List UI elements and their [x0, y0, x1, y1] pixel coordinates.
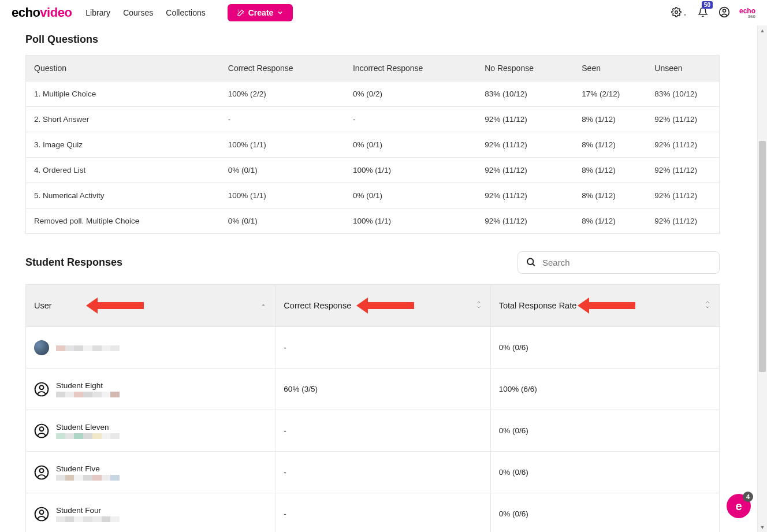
fab-badge: 4 — [743, 492, 753, 502]
student-responses-header: Student Responses — [25, 251, 720, 274]
scroll-up-icon[interactable]: ▲ — [758, 25, 767, 35]
col-correct-label: Correct Response — [284, 301, 351, 310]
nav-courses[interactable]: Courses — [123, 8, 153, 17]
cell-total: 0% (0/6) — [490, 452, 719, 493]
avatar — [34, 507, 49, 522]
col-unseen[interactable]: Unseen — [646, 55, 719, 81]
sort-asc-icon — [260, 301, 267, 310]
cell-correct: 60% (3/5) — [275, 369, 490, 410]
top-nav: echovideo Library Courses Collections Cr… — [0, 0, 767, 25]
cell: Removed poll. Multiple Choice — [26, 209, 220, 234]
poll-questions-title: Poll Questions — [25, 34, 720, 46]
notifications-button[interactable]: 50 — [697, 6, 709, 20]
user-cell: Student Eleven — [26, 410, 275, 452]
table-row[interactable]: Student Eight60% (3/5)100% (6/6) — [26, 369, 720, 410]
table-row[interactable]: 1. Multiple Choice100% (2/2)0% (0/2)83% … — [26, 81, 720, 107]
cell: 0% (0/1) — [345, 132, 476, 158]
col-user[interactable]: User — [26, 285, 275, 327]
svg-point-9 — [40, 468, 44, 473]
avatar — [34, 465, 49, 480]
help-fab[interactable]: e 4 — [727, 494, 751, 518]
user-cell — [26, 327, 275, 369]
scroll-down-icon[interactable]: ▼ — [758, 522, 767, 532]
svg-point-0 — [675, 10, 678, 13]
cell: 100% (1/1) — [220, 132, 345, 158]
cell: 92% (11/12) — [476, 158, 574, 183]
mini-logo[interactable]: echo360 — [739, 7, 755, 18]
nav-collections[interactable]: Collections — [166, 8, 205, 17]
table-row[interactable]: Student Four-0% (0/6) — [26, 493, 720, 533]
table-row[interactable]: 2. Short Answer--92% (11/12)8% (1/12)92%… — [26, 107, 720, 132]
table-row[interactable]: 5. Numerical Activity100% (1/1)0% (0/1)9… — [26, 183, 720, 209]
cell: 92% (11/12) — [476, 183, 574, 209]
col-correct[interactable]: Correct Response — [220, 55, 345, 81]
cell: 8% (1/12) — [574, 132, 646, 158]
cell: 3. Image Quiz — [26, 132, 220, 158]
svg-point-7 — [40, 427, 44, 431]
redacted-email — [56, 345, 120, 351]
cell: 8% (1/12) — [574, 209, 646, 234]
col-total-rate[interactable]: Total Response Rate — [490, 285, 719, 327]
redacted-email — [56, 433, 120, 439]
sort-icon — [704, 300, 711, 311]
nav-library[interactable]: Library — [85, 8, 110, 17]
cell: 83% (10/12) — [646, 81, 719, 107]
search-icon — [526, 256, 536, 269]
redacted-email — [56, 516, 120, 522]
cell: 92% (11/12) — [646, 158, 719, 183]
page-content: Poll Questions Question Correct Response… — [0, 34, 745, 532]
create-button[interactable]: Create — [228, 4, 293, 21]
cell: 100% (1/1) — [220, 183, 345, 209]
topbar-right: 50 echo360 — [670, 5, 755, 21]
scrollbar[interactable]: ▲ ▼ — [757, 25, 767, 532]
gear-icon — [671, 7, 682, 17]
user-name: Student Eleven — [56, 423, 120, 431]
cell: 5. Numerical Activity — [26, 183, 220, 209]
cell: 8% (1/12) — [574, 158, 646, 183]
cell-correct: - — [275, 452, 490, 493]
col-question[interactable]: Question — [26, 55, 220, 81]
cell-correct: - — [275, 327, 490, 369]
cell: 92% (11/12) — [646, 132, 719, 158]
cell: 8% (1/12) — [574, 183, 646, 209]
logo[interactable]: echovideo — [12, 5, 72, 20]
user-name: Student Eight — [56, 381, 120, 390]
table-row[interactable]: Student Five-0% (0/6) — [26, 452, 720, 493]
table-row[interactable]: -0% (0/6) — [26, 327, 720, 369]
cell: 100% (1/1) — [345, 209, 476, 234]
user-info: Student Five — [56, 464, 120, 481]
cell-total: 0% (0/6) — [490, 493, 719, 533]
avatar — [34, 340, 49, 355]
col-incorrect[interactable]: Incorrect Response — [345, 55, 476, 81]
table-row[interactable]: Student Eleven-0% (0/6) — [26, 410, 720, 452]
settings-button[interactable] — [670, 6, 688, 20]
table-row[interactable]: Removed poll. Multiple Choice0% (0/1)100… — [26, 209, 720, 234]
table-header-row: User Correct Response Total Response Rat… — [26, 285, 720, 327]
cell: 100% (1/1) — [345, 158, 476, 183]
col-seen[interactable]: Seen — [574, 55, 646, 81]
cell: 92% (11/12) — [646, 209, 719, 234]
user-cell: Student Four — [26, 493, 275, 533]
cell: 0% (0/2) — [345, 81, 476, 107]
svg-point-2 — [723, 9, 725, 12]
chevron-down-icon — [277, 9, 284, 16]
table-row[interactable]: 3. Image Quiz100% (1/1)0% (0/1)92% (11/1… — [26, 132, 720, 158]
nav-links: Library Courses Collections Create — [85, 4, 293, 21]
wand-icon — [237, 9, 245, 17]
arrow-annotation-icon — [578, 297, 635, 314]
account-button[interactable] — [717, 5, 731, 21]
col-user-label: User — [34, 301, 52, 310]
table-header-row: Question Correct Response Incorrect Resp… — [26, 55, 720, 81]
cell: 83% (10/12) — [476, 81, 574, 107]
col-noresponse[interactable]: No Response — [476, 55, 574, 81]
scrollbar-thumb[interactable] — [759, 141, 766, 372]
arrow-annotation-icon — [86, 297, 144, 314]
cell: 8% (1/12) — [574, 107, 646, 132]
fab-e-icon: e — [735, 500, 742, 513]
logo-text-b: video — [40, 5, 72, 20]
cell: 92% (11/12) — [476, 132, 574, 158]
table-row[interactable]: 4. Ordered List0% (0/1)100% (1/1)92% (11… — [26, 158, 720, 183]
search-input[interactable] — [517, 251, 720, 274]
redacted-email — [56, 475, 120, 481]
col-correct-response[interactable]: Correct Response — [275, 285, 490, 327]
